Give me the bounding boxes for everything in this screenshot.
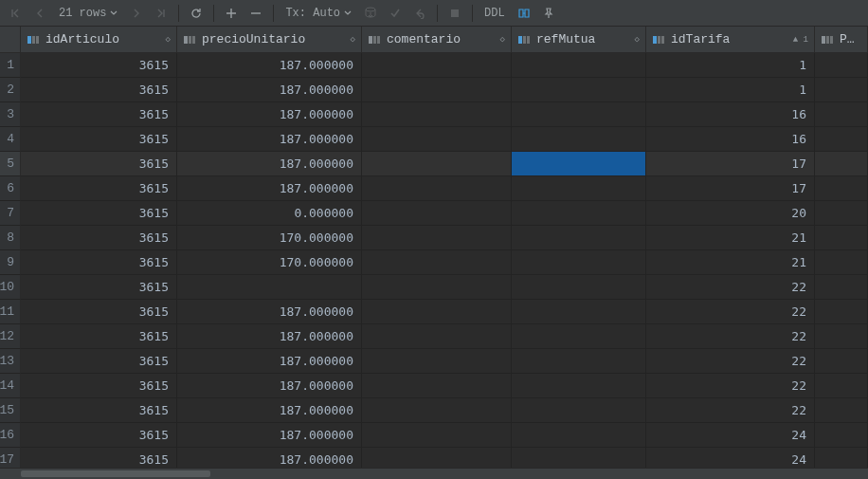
row-number[interactable]: 8 bbox=[0, 226, 21, 250]
cell-idArticulo[interactable]: 3615 bbox=[21, 324, 177, 349]
row-number[interactable]: 2 bbox=[0, 78, 21, 102]
cell-idTarifa[interactable]: 20 bbox=[646, 201, 815, 226]
commit-db-icon[interactable] bbox=[359, 2, 382, 25]
row-number[interactable]: 15 bbox=[0, 398, 21, 423]
cell-idArticulo[interactable]: 3615 bbox=[21, 374, 177, 398]
last-page-button[interactable] bbox=[150, 2, 172, 25]
column-header-Pedi[interactable]: Pedi bbox=[815, 27, 868, 53]
row-number[interactable]: 11 bbox=[0, 300, 21, 324]
ddl-button[interactable]: DDL bbox=[479, 7, 511, 20]
column-header-idArticulo[interactable]: idArticulo◇ bbox=[21, 27, 177, 53]
cell-comentario[interactable] bbox=[362, 349, 512, 374]
cell-precioUnitario[interactable]: 187.000000 bbox=[177, 102, 362, 127]
cell-idTarifa[interactable]: 1 bbox=[646, 53, 815, 78]
scrollbar-thumb[interactable] bbox=[21, 470, 210, 477]
cell-comentario[interactable] bbox=[362, 423, 512, 448]
row-number[interactable]: 17 bbox=[0, 448, 21, 468]
cell-pedi[interactable] bbox=[815, 176, 868, 201]
cell-idArticulo[interactable]: 3615 bbox=[21, 152, 177, 176]
cell-idArticulo[interactable]: 3615 bbox=[21, 201, 177, 226]
cell-idTarifa[interactable]: 1 bbox=[646, 78, 815, 102]
cell-idArticulo[interactable]: 3615 bbox=[21, 176, 177, 201]
row-number[interactable]: 3 bbox=[0, 102, 21, 127]
cell-pedi[interactable] bbox=[815, 201, 868, 226]
cell-precioUnitario[interactable]: 187.000000 bbox=[177, 423, 362, 448]
tx-mode-button[interactable]: Tx: Auto bbox=[280, 7, 357, 20]
submit-check-icon[interactable] bbox=[384, 2, 407, 25]
cell-precioUnitario[interactable]: 187.000000 bbox=[177, 78, 362, 102]
cell-idArticulo[interactable]: 3615 bbox=[21, 423, 177, 448]
cell-idArticulo[interactable]: 3615 bbox=[21, 300, 177, 324]
cell-comentario[interactable] bbox=[362, 102, 512, 127]
cell-precioUnitario[interactable]: 187.000000 bbox=[177, 53, 362, 78]
cell-precioUnitario[interactable]: 187.000000 bbox=[177, 374, 362, 398]
cell-idTarifa[interactable]: 16 bbox=[646, 102, 815, 127]
cell-refMutua[interactable] bbox=[512, 423, 646, 448]
cell-refMutua[interactable] bbox=[512, 78, 646, 102]
cell-pedi[interactable] bbox=[815, 152, 868, 176]
cell-refMutua[interactable] bbox=[512, 127, 646, 152]
cell-idTarifa[interactable]: 22 bbox=[646, 374, 815, 398]
cell-refMutua[interactable] bbox=[512, 324, 646, 349]
cell-refMutua[interactable] bbox=[512, 152, 646, 176]
cell-idTarifa[interactable]: 21 bbox=[646, 250, 815, 275]
cell-idTarifa[interactable]: 17 bbox=[646, 152, 815, 176]
cell-pedi[interactable] bbox=[815, 398, 868, 423]
reload-button[interactable] bbox=[185, 2, 208, 25]
cell-comentario[interactable] bbox=[362, 250, 512, 275]
cell-pedi[interactable] bbox=[815, 324, 868, 349]
cell-pedi[interactable] bbox=[815, 349, 868, 374]
remove-row-button[interactable] bbox=[244, 2, 267, 25]
cell-pedi[interactable] bbox=[815, 300, 868, 324]
cell-comentario[interactable] bbox=[362, 448, 512, 468]
row-number[interactable]: 14 bbox=[0, 374, 21, 398]
cell-precioUnitario[interactable]: 187.000000 bbox=[177, 176, 362, 201]
row-number[interactable]: 7 bbox=[0, 201, 21, 226]
column-header-comentario[interactable]: comentario◇ bbox=[362, 27, 512, 53]
cell-refMutua[interactable] bbox=[512, 398, 646, 423]
cell-idTarifa[interactable]: 22 bbox=[646, 300, 815, 324]
cell-idArticulo[interactable]: 3615 bbox=[21, 78, 177, 102]
cell-idTarifa[interactable]: 22 bbox=[646, 324, 815, 349]
cell-comentario[interactable] bbox=[362, 374, 512, 398]
cell-comentario[interactable] bbox=[362, 275, 512, 300]
cell-comentario[interactable] bbox=[362, 176, 512, 201]
cell-precioUnitario[interactable]: 187.000000 bbox=[177, 349, 362, 374]
cell-refMutua[interactable] bbox=[512, 176, 646, 201]
cell-idTarifa[interactable]: 16 bbox=[646, 127, 815, 152]
first-page-button[interactable] bbox=[4, 2, 27, 25]
row-number[interactable]: 5 bbox=[0, 152, 21, 176]
cell-idTarifa[interactable]: 22 bbox=[646, 275, 815, 300]
cell-idTarifa[interactable]: 17 bbox=[646, 176, 815, 201]
cell-idArticulo[interactable]: 3615 bbox=[21, 127, 177, 152]
prev-page-button[interactable] bbox=[28, 2, 51, 25]
cell-precioUnitario[interactable]: 187.000000 bbox=[177, 300, 362, 324]
column-header-idTarifa[interactable]: idTarifa▲ 1 bbox=[646, 27, 815, 53]
row-number[interactable]: 13 bbox=[0, 349, 21, 374]
cell-refMutua[interactable] bbox=[512, 201, 646, 226]
view-toggle-icon[interactable] bbox=[513, 2, 535, 25]
cell-refMutua[interactable] bbox=[512, 250, 646, 275]
cell-precioUnitario[interactable]: 170.000000 bbox=[177, 250, 362, 275]
cell-pedi[interactable] bbox=[815, 423, 868, 448]
cell-comentario[interactable] bbox=[362, 324, 512, 349]
row-number[interactable]: 9 bbox=[0, 250, 21, 275]
cell-refMutua[interactable] bbox=[512, 53, 646, 78]
cell-pedi[interactable] bbox=[815, 78, 868, 102]
cell-comentario[interactable] bbox=[362, 127, 512, 152]
cell-refMutua[interactable] bbox=[512, 300, 646, 324]
cell-comentario[interactable] bbox=[362, 201, 512, 226]
data-grid[interactable]: idArticulo◇precioUnitario◇comentario◇ref… bbox=[0, 27, 868, 468]
next-page-button[interactable] bbox=[125, 2, 148, 25]
cell-precioUnitario[interactable]: 187.000000 bbox=[177, 152, 362, 176]
cell-idArticulo[interactable]: 3615 bbox=[21, 275, 177, 300]
cell-refMutua[interactable] bbox=[512, 349, 646, 374]
cell-pedi[interactable] bbox=[815, 53, 868, 78]
cell-precioUnitario[interactable] bbox=[177, 275, 362, 300]
add-row-button[interactable] bbox=[220, 2, 243, 25]
cell-pedi[interactable] bbox=[815, 374, 868, 398]
pin-icon[interactable] bbox=[537, 2, 560, 25]
cell-idArticulo[interactable]: 3615 bbox=[21, 53, 177, 78]
cell-precioUnitario[interactable]: 187.000000 bbox=[177, 448, 362, 468]
cell-comentario[interactable] bbox=[362, 152, 512, 176]
